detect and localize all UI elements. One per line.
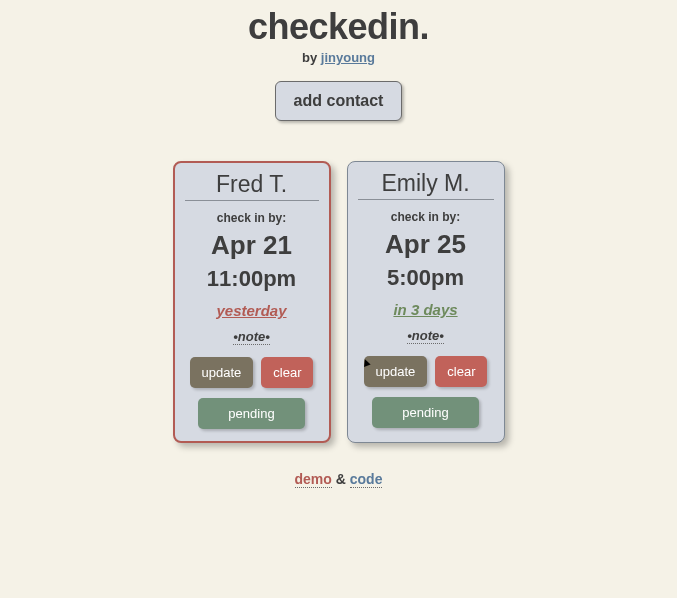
checkin-label: check in by: <box>217 211 286 225</box>
divider <box>185 200 319 201</box>
contact-name: Emily M. <box>381 170 469 197</box>
demo-link[interactable]: demo <box>295 471 332 488</box>
code-link[interactable]: code <box>350 471 383 488</box>
app-title: checkedin. <box>248 6 429 48</box>
author-link[interactable]: jinyoung <box>321 50 375 65</box>
clear-button[interactable]: clear <box>261 357 313 388</box>
update-button[interactable]: update <box>190 357 254 388</box>
pending-button[interactable]: pending <box>372 397 478 428</box>
note-toggle[interactable]: •note• <box>233 329 270 345</box>
contact-card: Emily M. check in by: Apr 25 5:00pm in 3… <box>347 161 505 443</box>
byline: by jinyoung <box>302 50 375 65</box>
relative-time: in 3 days <box>393 301 457 318</box>
checkin-date: Apr 21 <box>211 231 292 260</box>
note-toggle[interactable]: •note• <box>407 328 444 344</box>
contact-card: Fred T. check in by: Apr 21 11:00pm yest… <box>173 161 331 443</box>
update-button[interactable]: update <box>364 356 428 387</box>
checkin-time: 11:00pm <box>207 266 296 292</box>
divider <box>358 199 494 200</box>
checkin-date: Apr 25 <box>385 230 466 259</box>
pending-button[interactable]: pending <box>198 398 304 429</box>
footer-links: demo & code <box>295 471 383 487</box>
button-row: update clear <box>364 356 488 387</box>
button-row: update clear <box>190 357 314 388</box>
clear-button[interactable]: clear <box>435 356 487 387</box>
checkin-label: check in by: <box>391 210 460 224</box>
footer-separator: & <box>332 471 350 487</box>
add-contact-button[interactable]: add contact <box>275 81 403 121</box>
contact-name: Fred T. <box>216 171 287 198</box>
checkin-time: 5:00pm <box>387 265 464 291</box>
contact-cards: Fred T. check in by: Apr 21 11:00pm yest… <box>173 161 505 443</box>
relative-time: yesterday <box>216 302 286 319</box>
byline-prefix: by <box>302 50 321 65</box>
